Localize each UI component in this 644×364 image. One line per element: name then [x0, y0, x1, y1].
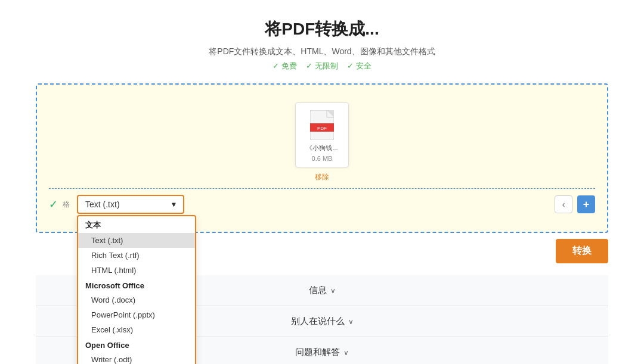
plus-icon: +	[583, 198, 590, 211]
dropdown-item-pptx[interactable]: PowerPoint (.pptx)	[78, 307, 195, 322]
badge-free: ✓ 免费	[273, 61, 297, 70]
group-label-text: 文本	[78, 216, 195, 233]
toolbar-right: ‹ +	[555, 195, 595, 213]
accordion-label-reviews: 别人在说什么	[291, 316, 345, 327]
format-select-wrapper: Text (.txt) ▼ 文本 Text (.txt) Rich Text (…	[77, 195, 184, 214]
accordion-label-info: 信息	[309, 285, 327, 296]
badge-unlimited: ✓ 无限制	[306, 61, 338, 70]
format-select-button[interactable]: Text (.txt) ▼	[77, 195, 184, 214]
arrow-left-icon: ‹	[562, 200, 565, 209]
chevron-down-icon-info: ∨	[330, 287, 336, 295]
file-icon: PDF	[310, 110, 334, 140]
chevron-down-icon-reviews: ∨	[348, 318, 354, 326]
dropdown-item-html[interactable]: HTML (.html)	[78, 263, 195, 278]
upload-area: PDF 《小狗钱... 0.6 MB 移除 ✓ 格 Text (.txt) ▼	[36, 83, 608, 233]
file-name: 《小狗钱...	[301, 144, 343, 153]
prev-arrow-button[interactable]: ‹	[555, 195, 572, 213]
dropdown-item-odt[interactable]: Writer (.odt)	[78, 352, 195, 364]
page-title: 将PDF转换成...	[36, 18, 608, 41]
format-dropdown-menu: 文本 Text (.txt) Rich Text (.rtf) HTML (.h…	[77, 215, 196, 364]
accordion-label-faq: 问题和解答	[295, 347, 340, 358]
format-label: 格	[63, 200, 70, 210]
add-file-button[interactable]: +	[577, 195, 595, 213]
selected-format-label: Text (.txt)	[85, 200, 120, 209]
page-badges: ✓ 免费 ✓ 无限制 ✓ 安全	[36, 61, 608, 71]
group-label-openoffice: Open Office	[78, 337, 195, 352]
dropdown-item-docx[interactable]: Word (.docx)	[78, 293, 195, 307]
checkmark-icon: ✓	[49, 198, 58, 211]
dropdown-item-xlsx[interactable]: Excel (.xlsx)	[78, 322, 195, 337]
file-size: 0.6 MB	[301, 155, 343, 162]
chevron-down-icon: ▼	[171, 201, 177, 208]
dropdown-item-txt[interactable]: Text (.txt)	[78, 233, 195, 248]
convert-button[interactable]: 转换	[556, 239, 608, 263]
svg-text:PDF: PDF	[317, 126, 327, 131]
dropdown-item-rtf[interactable]: Rich Text (.rtf)	[78, 248, 195, 263]
badge-secure: ✓ 安全	[347, 61, 371, 70]
chevron-down-icon-faq: ∨	[343, 349, 349, 357]
toolbar-left: ✓ 格 Text (.txt) ▼ 文本 Text (.txt) Rich Te…	[49, 195, 184, 214]
page-container: 将PDF转换成... 将PDF文件转换成文本、HTML、Word、图像和其他文件…	[0, 0, 644, 364]
file-remove-link[interactable]: 移除	[315, 172, 329, 182]
page-subtitle: 将PDF文件转换成文本、HTML、Word、图像和其他文件格式	[36, 46, 608, 57]
group-label-msoffice: Microsoft Office	[78, 278, 195, 293]
file-card: PDF 《小狗钱... 0.6 MB	[295, 102, 349, 167]
toolbar-row: ✓ 格 Text (.txt) ▼ 文本 Text (.txt) Rich Te…	[49, 188, 595, 220]
